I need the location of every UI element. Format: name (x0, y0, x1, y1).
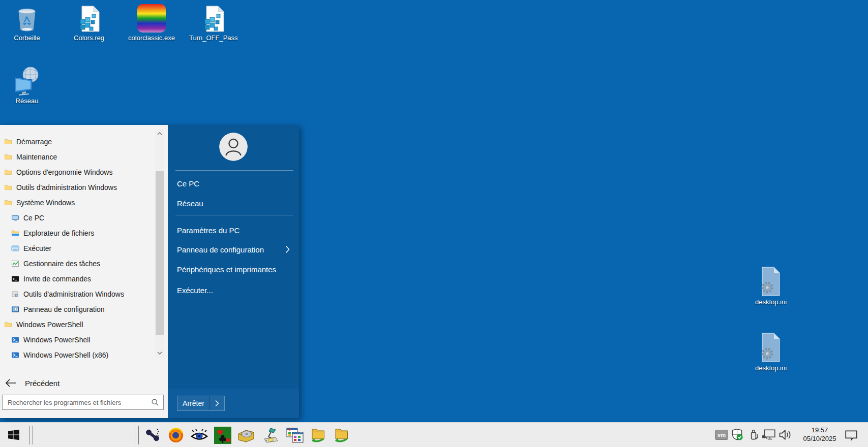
programs-scrollbar[interactable] (155, 129, 164, 358)
desktop-icon-colors-reg[interactable]: Colors.reg (65, 3, 113, 42)
folder-icon (4, 199, 12, 207)
cd-media-icon[interactable] (236, 426, 256, 444)
shutdown-options-button[interactable] (210, 396, 224, 410)
ini-file-icon (746, 267, 795, 297)
control-panel-icon (11, 305, 19, 313)
eye-viewer-icon[interactable] (190, 426, 209, 444)
desktop-icon-desktop-ini-1[interactable]: desktop.ini (746, 267, 795, 306)
folder-icon (4, 168, 12, 176)
desk-lamp-icon[interactable] (261, 426, 280, 444)
usb-device-icon[interactable] (748, 428, 759, 441)
desktop-icon-turn-off-passw[interactable]: Turn_OFF_Passw... (189, 3, 238, 42)
phone-icon[interactable] (143, 426, 162, 444)
security-shield-icon[interactable] (731, 428, 743, 441)
back-arrow-icon (5, 378, 16, 388)
admin-tools-icon (11, 290, 19, 298)
desktop-icon-label: Turn_OFF_Passw... (189, 34, 238, 42)
volume-icon[interactable] (778, 429, 792, 441)
shutdown-row: Arrêter (168, 389, 299, 418)
menu-item-explorateur[interactable]: Explorateur de fichiers (0, 226, 164, 241)
user-avatar[interactable] (219, 133, 248, 161)
taskbar-grip[interactable] (29, 426, 33, 444)
menu-item-outils-administration[interactable]: Outils d'administration Windows (0, 286, 164, 302)
task-manager-icon (11, 260, 19, 268)
folder-icon (4, 321, 12, 329)
setup-folder-icon[interactable] (332, 426, 351, 444)
registry-file-icon (189, 3, 238, 33)
taskbar: vm (0, 422, 868, 447)
desktop-icon-label: desktop.ini (746, 364, 795, 372)
panel-divider (175, 215, 293, 215)
powershell-icon (11, 351, 19, 359)
back-button[interactable]: Précédent (0, 375, 153, 391)
network-icon (3, 66, 51, 95)
menu-item-maintenance[interactable]: Maintenance (0, 149, 157, 165)
scrollbar-up-button[interactable] (155, 129, 164, 138)
menu-item-executer[interactable]: Exécuter (0, 241, 164, 256)
menu-item-powershell-folder[interactable]: Windows PowerShell (0, 317, 157, 332)
right-item-peripheriques-imprimantes[interactable]: Périphériques et imprimantes (168, 262, 299, 276)
file-explorer-icon (11, 229, 19, 237)
desktop-icon-label: colorclassic.exe (127, 34, 176, 42)
vmware-tools-icon[interactable]: vm (715, 430, 728, 440)
desktop-icon-label: Colors.reg (65, 34, 113, 42)
desktop-icon-label: desktop.ini (746, 298, 795, 306)
menu-divider (4, 369, 148, 369)
taskbar-grip[interactable] (135, 426, 139, 444)
scrollbar-thumb[interactable] (156, 171, 164, 335)
menu-item-ce-pc[interactable]: Ce PC (0, 210, 164, 226)
menu-item-panneau-configuration[interactable]: Panneau de configuration (0, 302, 164, 317)
menu-item-systeme-windows[interactable]: Système Windows (0, 195, 157, 210)
folder-icon (4, 183, 12, 191)
search-input[interactable] (3, 399, 151, 406)
action-center-icon[interactable] (844, 429, 858, 441)
card-game-icon[interactable] (213, 426, 232, 444)
firefox-icon[interactable] (166, 426, 186, 444)
right-item-reseau[interactable]: Réseau (168, 196, 299, 210)
pc-icon (11, 214, 19, 222)
rainbow-app-icon (127, 3, 176, 33)
desktop-icon-colorclassic[interactable]: colorclassic.exe (127, 3, 176, 42)
command-prompt-icon (11, 275, 19, 283)
menu-item-gestionnaire-taches[interactable]: Gestionnaire des tâches (0, 256, 164, 271)
menu-item-demarrage[interactable]: Démarrage (0, 134, 157, 149)
right-item-panneau-configuration[interactable]: Panneau de configuration (168, 242, 299, 257)
clock-time: 19:57 (797, 426, 842, 434)
menu-item-outils-administration-folder[interactable]: Outils d'administration Windows (0, 180, 157, 195)
search-box (2, 395, 164, 410)
right-item-parametres-pc[interactable]: Paramètres du PC (168, 223, 299, 237)
recycle-bin-icon (3, 3, 51, 33)
menu-item-powershell[interactable]: Windows PowerShell (0, 332, 164, 347)
shutdown-button[interactable]: Arrêter (177, 396, 225, 411)
start-menu-programs-panel: Démarrage Maintenance Options d'ergonomi… (0, 125, 168, 418)
start-menu: Démarrage Maintenance Options d'ergonomi… (0, 125, 299, 418)
menu-item-powershell-x86[interactable]: Windows PowerShell (x86) (0, 347, 164, 363)
powershell-icon (11, 336, 19, 344)
start-button[interactable] (3, 423, 24, 447)
right-item-ce-pc[interactable]: Ce PC (168, 176, 299, 190)
clock-date: 05/10/2025 (797, 434, 842, 443)
desktop: Corbeille Colors.reg (0, 0, 868, 447)
menu-item-invite-commandes[interactable]: Invite de commandes (0, 271, 164, 286)
search-icon (151, 398, 159, 406)
desktop-icon-label: Corbeille (3, 34, 51, 42)
desktop-icon-reseau[interactable]: Réseau (3, 66, 51, 105)
network-display-icon[interactable] (762, 429, 776, 441)
desktop-icon-label: Réseau (3, 97, 51, 105)
setup-folder-icon[interactable] (309, 426, 328, 444)
folder-icon (4, 138, 12, 146)
right-item-executer[interactable]: Exécuter... (168, 283, 299, 297)
menu-item-options-ergonomie[interactable]: Options d'ergonomie Windows (0, 165, 157, 180)
display-settings-icon[interactable] (285, 426, 305, 444)
chevron-right-icon (285, 245, 290, 253)
scrollbar-down-button[interactable] (155, 348, 164, 358)
windows-logo-icon (8, 429, 19, 440)
taskbar-clock[interactable]: 19:57 05/10/2025 (797, 426, 842, 443)
start-menu-places-panel: Ce PC Réseau Paramètres du PC Panneau de… (168, 125, 299, 418)
desktop-icon-desktop-ini-2[interactable]: desktop.ini (746, 333, 795, 372)
desktop-icon-corbeille[interactable]: Corbeille (3, 3, 51, 42)
run-icon (11, 244, 19, 252)
ini-file-icon (746, 333, 795, 363)
panel-divider (175, 170, 293, 171)
registry-file-icon (65, 3, 113, 33)
